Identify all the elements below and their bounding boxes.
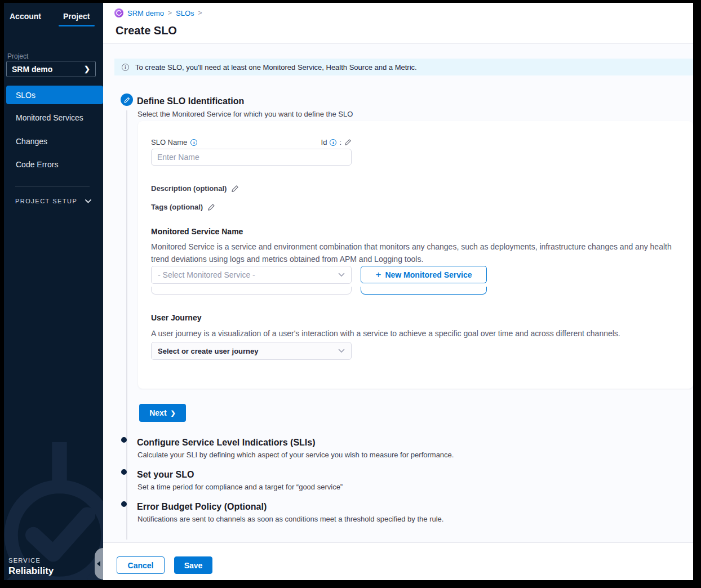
srm-module-icon bbox=[114, 8, 123, 17]
description-label: Description (optional) bbox=[151, 184, 227, 193]
sidebar-divider bbox=[15, 186, 90, 186]
step2-subtitle: Calculate your SLI by defining which asp… bbox=[137, 451, 454, 459]
project-scope-label: Project bbox=[7, 52, 28, 60]
user-journey-select[interactable]: Select or create user journey bbox=[151, 342, 352, 360]
breadcrumb-slos-link[interactable]: SLOs bbox=[176, 9, 194, 17]
sidebar-item-changes[interactable]: Changes bbox=[16, 137, 47, 146]
step2-ring-icon bbox=[121, 437, 127, 443]
cancel-button[interactable]: Cancel bbox=[117, 556, 165, 574]
step1-edit-icon bbox=[121, 93, 133, 106]
info-icon: i bbox=[122, 64, 129, 71]
sidebar-item-label: SLOs bbox=[16, 91, 36, 100]
next-button[interactable]: Next ❯ bbox=[139, 404, 186, 422]
tab-project[interactable]: Project bbox=[63, 12, 90, 21]
slo-identification-card: SLO Name i Id i : Description (optional)… bbox=[138, 121, 693, 389]
monitored-service-heading: Monitored Service Name bbox=[151, 227, 243, 236]
slo-name-label: SLO Name bbox=[151, 138, 187, 146]
pencil-icon bbox=[124, 97, 130, 103]
description-toggle[interactable]: Description (optional) bbox=[151, 184, 239, 193]
step1-subtitle: Select the Monitored Service for which y… bbox=[137, 110, 353, 118]
sidebar-item-monitored-services[interactable]: Monitored Services bbox=[16, 113, 83, 122]
user-journey-heading: User Journey bbox=[151, 313, 201, 322]
id-label-group: Id i : bbox=[321, 138, 352, 146]
action-footer: Cancel Save bbox=[103, 542, 693, 580]
monitored-service-description: Monitored Service is a service and envir… bbox=[151, 241, 681, 265]
page-title: Create SLO bbox=[116, 24, 177, 37]
info-banner-text: To create SLO, you'll need at least one … bbox=[135, 63, 417, 72]
user-journey-select-value: Select or create user journey bbox=[158, 347, 338, 355]
info-icon[interactable]: i bbox=[190, 139, 197, 146]
active-tab-underline bbox=[59, 25, 95, 26]
info-icon[interactable]: i bbox=[330, 139, 336, 146]
step4-subtitle: Notifications are sent to channels as so… bbox=[137, 515, 443, 523]
module-label-service: SERVICE bbox=[8, 557, 41, 564]
step1-title: Define SLO Identification bbox=[137, 96, 244, 106]
page-header: SRM demo > SLOs > Create SLO bbox=[103, 3, 693, 44]
slo-name-input[interactable] bbox=[151, 149, 352, 166]
chevron-down-icon bbox=[338, 273, 345, 277]
tags-label: Tags (optional) bbox=[151, 203, 203, 211]
step4-ring-icon bbox=[121, 501, 127, 507]
project-setup-label: PROJECT SETUP bbox=[15, 198, 77, 204]
step2-title[interactable]: Configure Service Level Indicatiors (SLI… bbox=[137, 438, 316, 448]
id-label: Id bbox=[321, 138, 327, 146]
save-button[interactable]: Save bbox=[174, 556, 212, 574]
sidebar: Account Project Project SRM demo ❯ SLOs … bbox=[4, 3, 103, 580]
main-content: SRM demo > SLOs > Create SLO i To create… bbox=[103, 3, 693, 580]
tab-account[interactable]: Account bbox=[10, 12, 41, 21]
sidebar-item-code-errors[interactable]: Code Errors bbox=[16, 160, 58, 169]
wizard-connector-line bbox=[126, 110, 127, 540]
monitored-service-select-placeholder: - Select Monitored Service - bbox=[158, 270, 338, 279]
next-label: Next bbox=[149, 408, 166, 417]
triangle-left-icon bbox=[97, 561, 100, 567]
project-selector[interactable]: SRM demo ❯ bbox=[6, 61, 96, 77]
sidebar-item-project-setup[interactable]: PROJECT SETUP bbox=[15, 198, 91, 204]
id-separator: : bbox=[339, 138, 341, 146]
app-window: Account Project Project SRM demo ❯ SLOs … bbox=[0, 0, 701, 588]
step3-ring-icon bbox=[121, 469, 127, 475]
new-monitored-service-label: New Monitored Service bbox=[385, 270, 472, 279]
slo-name-label-group: SLO Name i bbox=[151, 138, 197, 146]
new-monitored-service-button-shadow bbox=[361, 287, 487, 295]
step4-title[interactable]: Error Budget Policy (Optional) bbox=[137, 502, 267, 512]
edit-tags-icon[interactable] bbox=[207, 203, 215, 211]
sidebar-collapse-button[interactable] bbox=[95, 548, 103, 580]
edit-id-icon[interactable] bbox=[344, 139, 352, 146]
chevron-right-icon: ❯ bbox=[171, 409, 176, 417]
sidebar-item-slos[interactable]: SLOs bbox=[6, 86, 103, 104]
breadcrumb: SRM demo > SLOs > bbox=[114, 8, 202, 17]
project-selector-value: SRM demo bbox=[12, 65, 84, 74]
plus-icon: + bbox=[376, 269, 381, 280]
chevron-right-icon: ❯ bbox=[84, 65, 90, 73]
chevron-down-icon bbox=[338, 349, 345, 353]
breadcrumb-project-link[interactable]: SRM demo bbox=[127, 9, 164, 17]
tags-toggle[interactable]: Tags (optional) bbox=[151, 203, 215, 211]
breadcrumb-separator: > bbox=[168, 9, 172, 17]
monitored-service-select[interactable]: - Select Monitored Service - bbox=[151, 266, 352, 284]
step3-title[interactable]: Set your SLO bbox=[137, 470, 194, 480]
new-monitored-service-button[interactable]: + New Monitored Service bbox=[361, 266, 487, 283]
chevron-down-icon bbox=[85, 199, 91, 203]
module-label-reliability: Reliability bbox=[8, 565, 54, 577]
info-banner: i To create SLO, you'll need at least on… bbox=[114, 59, 693, 75]
user-journey-description: A user journey is a visualization of a u… bbox=[151, 328, 681, 340]
step3-subtitle: Set a time period for compliance and a t… bbox=[137, 483, 343, 491]
edit-description-icon[interactable] bbox=[231, 185, 239, 193]
breadcrumb-separator: > bbox=[198, 9, 202, 17]
monitored-service-select-shadow bbox=[151, 287, 352, 295]
